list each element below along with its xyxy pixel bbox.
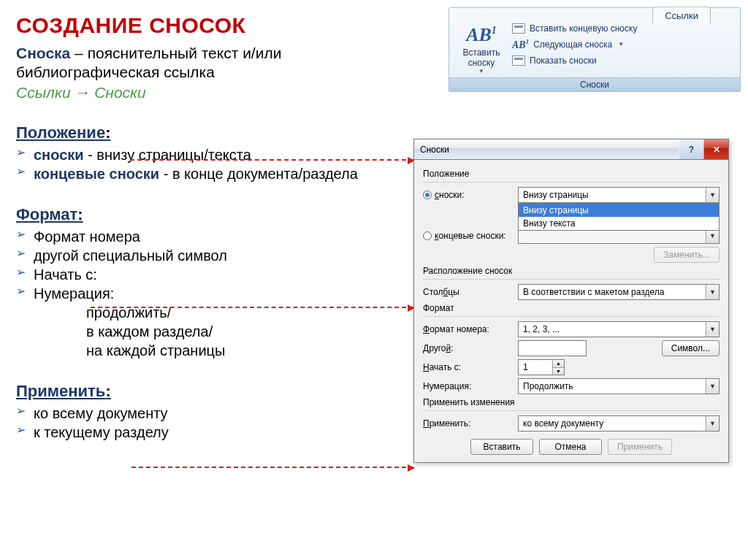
numbering-combo[interactable]: Продолжить ▼ — [518, 378, 720, 394]
arrow-to-format — [91, 307, 413, 308]
help-button[interactable]: ? — [679, 139, 703, 159]
dialog-titlebar[interactable]: Сноски ? ✕ — [414, 139, 728, 160]
divider — [423, 279, 720, 280]
other-symbol-input[interactable] — [518, 340, 587, 356]
chevron-down-icon: ▼ — [478, 68, 484, 74]
list-item: другой специальный символ — [16, 246, 403, 265]
footnotes-dropdown: Внизу страницы Внизу текста — [518, 203, 720, 231]
start-at-spinner[interactable]: 1 ▲ ▼ — [518, 359, 565, 375]
section-title: Положение — [16, 123, 110, 142]
def-term: Сноска — [16, 45, 70, 61]
close-button[interactable]: ✕ — [703, 139, 728, 159]
section-position: Положение сноски - внизу страницы/текста… — [16, 123, 403, 183]
chevron-down-icon: ▼ — [706, 188, 719, 202]
cancel-button[interactable]: Отмена — [539, 439, 602, 455]
chevron-down-icon: ▼ — [618, 41, 624, 47]
spin-down-icon[interactable]: ▼ — [552, 367, 564, 375]
footnote-ab-small-icon: AB1 — [512, 38, 529, 51]
menu-path: Ссылки → Сноски — [16, 84, 403, 101]
list-item: сноски - внизу страницы/текста — [16, 145, 403, 164]
list-item: к текущему разделу — [16, 423, 403, 442]
list-item: ко всему документу — [16, 404, 403, 423]
sub-item: в каждом раздела/ — [86, 322, 403, 341]
list-item: Формат номера — [16, 227, 403, 246]
other-label: Другой: — [423, 343, 518, 353]
group-apply: Применить изменения — [423, 397, 720, 407]
ribbon: Ссылки AB1 Вставить сноску ▼ Вставить ко… — [449, 7, 741, 92]
chevron-down-icon: ▼ — [706, 416, 719, 431]
insert-button[interactable]: Вставить — [470, 439, 533, 455]
chevron-down-icon: ▼ — [706, 322, 719, 337]
section-title: Применить — [16, 382, 111, 400]
symbol-button[interactable]: Символ... — [662, 340, 720, 356]
apply-to-label: Применить: — [423, 418, 518, 429]
radio-footnotes[interactable]: сноски: — [423, 190, 518, 200]
apply-button[interactable]: Применить — [608, 439, 672, 455]
radio-endnotes[interactable]: концевые сноски: — [423, 231, 518, 241]
chevron-down-icon: ▼ — [706, 379, 719, 394]
radio-icon — [423, 231, 432, 240]
columns-combo[interactable]: В соответствии с макетом раздела ▼ — [518, 284, 720, 300]
chevron-down-icon: ▼ — [706, 229, 719, 243]
columns-label: Столбцы — [423, 287, 518, 297]
sub-item: на каждой страницы — [86, 341, 403, 360]
endnote-icon — [512, 23, 525, 34]
replace-button[interactable]: Заменить... — [654, 247, 720, 263]
footnotes-position-combo[interactable]: Внизу страницы ▼ Внизу страницы Внизу те… — [518, 187, 720, 203]
apply-to-combo[interactable]: ко всему документу ▼ — [518, 415, 720, 431]
definition: Сноска – пояснительный текст и/или библи… — [16, 44, 403, 83]
radio-icon — [423, 191, 432, 199]
start-at-label: Начать с: — [423, 362, 518, 372]
chevron-down-icon: ▼ — [706, 285, 719, 299]
section-title: Формат — [16, 205, 83, 223]
show-footnotes-button[interactable]: Показать сноски — [512, 53, 736, 68]
numbering-label: Нумерация: — [423, 381, 518, 391]
ribbon-group-title: Сноски — [449, 77, 740, 91]
next-footnote-button[interactable]: AB1 Следующая сноска ▼ — [512, 36, 736, 53]
list-item: Начать с: — [16, 265, 403, 284]
divider — [423, 410, 720, 411]
ribbon-tab[interactable]: Ссылки — [652, 7, 711, 24]
footnotes-dialog: Сноски ? ✕ Положение сноски: Внизу стран… — [413, 139, 729, 463]
divider — [423, 182, 720, 183]
list-item: концевые сноски - в конце документа/разд… — [16, 164, 403, 183]
num-format-combo[interactable]: 1, 2, 3, ... ▼ — [518, 321, 720, 337]
show-icon — [512, 55, 525, 66]
group-format: Формат — [423, 303, 720, 313]
arrow-to-apply — [131, 467, 413, 468]
spin-up-icon[interactable]: ▲ — [552, 360, 564, 367]
group-layout: Расположение сносок — [423, 266, 720, 276]
group-position: Положение — [423, 169, 720, 179]
num-format-label: Формат номера: — [423, 324, 518, 334]
list-item: Нумерация: — [16, 284, 403, 303]
section-format: Формат Формат номера другой специальный … — [16, 205, 403, 360]
ribbon-item-list: Вставить концевую сноску AB1 Следующая с… — [509, 21, 736, 77]
insert-footnote-button[interactable]: AB1 Вставить сноску ▼ — [454, 21, 509, 77]
slide-content: СОЗДАНИЕ СНОСОК Сноска – пояснительный т… — [16, 13, 403, 442]
divider — [423, 316, 720, 317]
footnote-ab-icon: AB1 — [466, 24, 497, 46]
dropdown-item[interactable]: Внизу текста — [519, 217, 719, 230]
arrow-to-position — [130, 159, 413, 161]
page-title: СОЗДАНИЕ СНОСОК — [16, 13, 403, 38]
section-apply: Применить ко всему документу к текущему … — [16, 382, 403, 442]
sub-item: продолжить/ — [86, 303, 403, 322]
dropdown-item[interactable]: Внизу страницы — [519, 204, 719, 217]
dialog-title: Сноски — [420, 145, 449, 155]
